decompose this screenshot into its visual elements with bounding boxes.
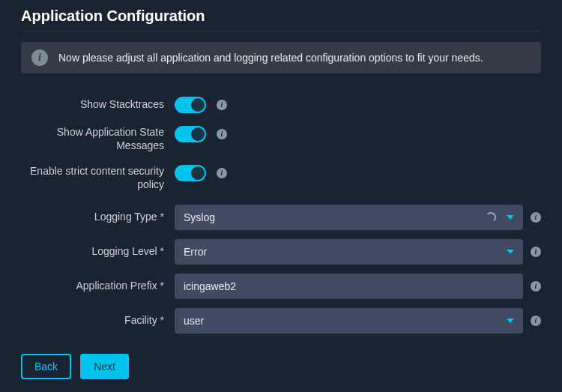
select-value: user [184,315,501,327]
row-application-prefix: Application Prefix * icingaweb2 i [21,271,541,301]
label-facility: Facility * [21,314,175,328]
label-application-prefix: Application Prefix * [21,280,175,293]
input-application-prefix[interactable]: icingaweb2 [175,274,523,299]
label-logging-type: Logging Type * [21,211,175,224]
divider [21,31,541,31]
select-logging-level[interactable]: Error [175,239,523,265]
help-icon[interactable]: i [217,168,227,178]
button-bar: Back Next [21,354,541,379]
row-logging-type: Logging Type * Syslog i [21,202,541,232]
toggle-show-app-state[interactable] [175,126,206,142]
help-icon[interactable]: i [531,247,541,257]
row-show-stacktraces: Show Stacktraces i [21,90,541,120]
row-show-app-state: Show Application State Messages i [21,124,541,159]
loading-icon [486,212,496,223]
help-icon[interactable]: i [531,212,541,223]
row-facility: Facility * user i [21,306,541,336]
row-logging-level: Logging Level * Error i [21,237,541,267]
label-strict-csp: Enable strict content security policy [21,165,175,191]
chevron-down-icon [507,250,514,254]
hint-text: Now please adjust all application and lo… [58,52,483,64]
toggle-show-stacktraces[interactable] [175,97,206,113]
row-strict-csp: Enable strict content security policy i [21,163,541,198]
chevron-down-icon [507,215,514,220]
input-value: icingaweb2 [184,280,514,292]
select-logging-type[interactable]: Syslog [175,205,523,230]
select-facility[interactable]: user [175,308,523,334]
label-show-app-state: Show Application State Messages [21,126,175,152]
back-button[interactable]: Back [21,354,71,379]
help-icon[interactable]: i [217,129,227,139]
select-value: Syslog [184,211,486,223]
help-icon[interactable]: i [217,100,227,110]
select-value: Error [184,246,501,258]
toggle-strict-csp[interactable] [175,165,206,181]
next-button[interactable]: Next [80,354,129,379]
hint-box: i Now please adjust all application and … [21,42,541,73]
help-icon[interactable]: i [531,281,541,292]
label-show-stacktraces: Show Stacktraces [21,98,175,112]
chevron-down-icon [507,319,514,323]
page-title: Application Configuration [21,0,541,31]
config-form: Show Stacktraces i Show Application Stat… [21,90,541,336]
help-icon[interactable]: i [531,316,541,326]
info-icon: i [31,49,48,66]
label-logging-level: Logging Level * [21,245,175,259]
